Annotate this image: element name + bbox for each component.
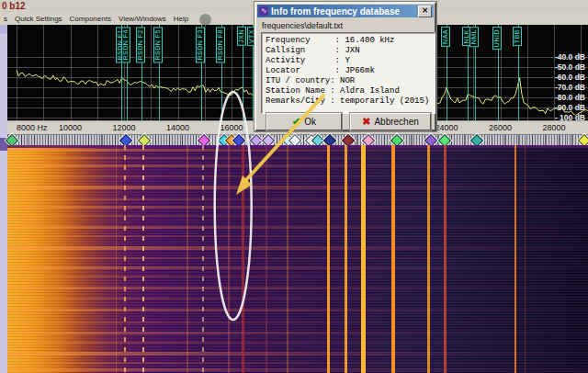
menu-item-view-windows[interactable]: View/Windows [115,15,170,23]
waterfall-band [7,226,588,229]
menu-item-quick-settings[interactable]: Quick Settings [11,15,66,23]
station-info-line: Station Name : Aldra Island [266,86,435,96]
freq-tick-24000: 24000 [435,123,458,132]
waterfall-signal-stripe [124,145,126,373]
waterfall-band [7,342,588,344]
station-info-line: Activity : Y [266,56,435,66]
freq-tick-10000: 10000 [59,123,82,132]
station-label-rsdn-f2[interactable]: RSDN F2 [136,27,145,62]
waterfall-band [7,198,588,200]
station-label-nml[interactable]: NML [469,27,479,47]
waterfall-signal-stripe [391,145,395,373]
waterfall-band [7,368,588,371]
waterfall-band [7,322,588,323]
station-info-panel: Frequency : 16.400 kHzCallsign : JXNActi… [261,32,435,114]
database-file-label: frequencies\default.txt [262,21,343,30]
waterfall-band [7,164,588,167]
waterfall-display[interactable] [7,145,588,373]
waterfall-band [7,175,588,177]
station-info-line: Callsign : JXN [266,46,435,56]
waterfall-signal-stripe [266,145,267,373]
ok-button-label: Ok [304,117,316,127]
station-label-jxn[interactable]: JXN [237,27,246,46]
menu-item-components[interactable]: Components [66,15,115,23]
waterfall-signal-stripe [345,145,347,373]
station-label-tbb[interactable]: TBB [513,27,522,46]
waterfall-signal-stripe [514,145,516,373]
freq-tick-14000: 14000 [166,123,189,132]
waterfall-newest-row [7,145,588,148]
waterfall-signal-stripe [228,145,230,373]
waterfall-band [7,246,588,250]
waterfall-band [7,309,588,311]
check-icon: ✔ [292,116,300,128]
ok-button[interactable]: ✔ Ok [266,113,342,130]
waterfall-band [7,276,588,277]
waterfall-band [7,157,588,159]
waterfall-band [7,206,588,209]
cancel-button[interactable]: ✖ Abbrechen [350,113,431,130]
station-label-rsdn-f8[interactable]: RSDN F8 [216,27,225,62]
waterfall-band [7,266,588,269]
waterfall-signal-stripe [202,145,204,373]
freq-tick-16000: 16000 [220,123,243,132]
window-title: 0 b12 [2,1,26,11]
waterfall-band [7,215,588,217]
waterfall-noise-texture [7,145,588,373]
station-info-line: ITU / country: NOR [266,76,435,86]
waterfall-band [7,235,588,237]
station-label-rsdn-f5[interactable]: RSDN F5 [153,27,163,62]
waterfall-signal-stripe [444,145,447,373]
station-label-rsdn-f3[interactable]: RSDN F3 [196,27,205,62]
freq-tick-8000: 8000 Hz [17,123,48,132]
waterfall-signal-stripe [327,145,330,373]
station-info-line: Frequency : 16.400 kHz [266,36,435,46]
close-icon[interactable]: ✕ [418,6,432,17]
scrollbar-track-top [0,25,7,34]
waterfall-signal-stripe [525,145,526,373]
station-label-naa[interactable]: NAA [441,27,450,47]
waterfall-signal-stripe [361,145,366,373]
waterfall-band [7,287,588,289]
menu-item-help[interactable]: Help [170,15,192,23]
waterfall-band [7,186,588,189]
waterfall-signal-stripe [187,145,188,373]
cancel-button-label: Abbrechen [374,117,418,127]
freq-tick-12000: 12000 [112,123,135,132]
waterfall-band [7,352,588,356]
waterfall-signal-stripe [142,145,144,373]
waterfall-band [7,362,588,364]
station-info-line: Remarks/City : temporarily (2015) [266,96,435,107]
station-info-line: Locator : JP66mk [266,66,435,76]
dialog-titlebar[interactable]: ∿ Info from frequency database ✕ [257,5,434,17]
waterfall-signal-stripe [427,145,430,373]
station-label-unid[interactable]: UNID [492,27,502,50]
freq-tick-28000: 28000 [542,123,565,132]
waterfall-band [7,332,588,334]
waterfall-band [7,298,588,300]
station-label-rsdn-f4[interactable]: RSDN F4 [121,27,130,62]
freq-tick-26000: 26000 [489,123,512,132]
x-icon: ✖ [362,116,370,128]
waterfall-signal-stripe [287,145,288,373]
dialog-icon: ∿ [259,6,268,16]
menu-item-s[interactable]: s [0,15,11,23]
dialog-title: Info from frequency database [271,6,418,17]
waterfall-signal-stripe [242,145,244,373]
waterfall-band [7,149,588,152]
info-dialog: ∿ Info from frequency database ✕ frequen… [254,2,436,131]
waterfall-signal-stripe [116,145,117,373]
waterfall-band [7,257,588,259]
